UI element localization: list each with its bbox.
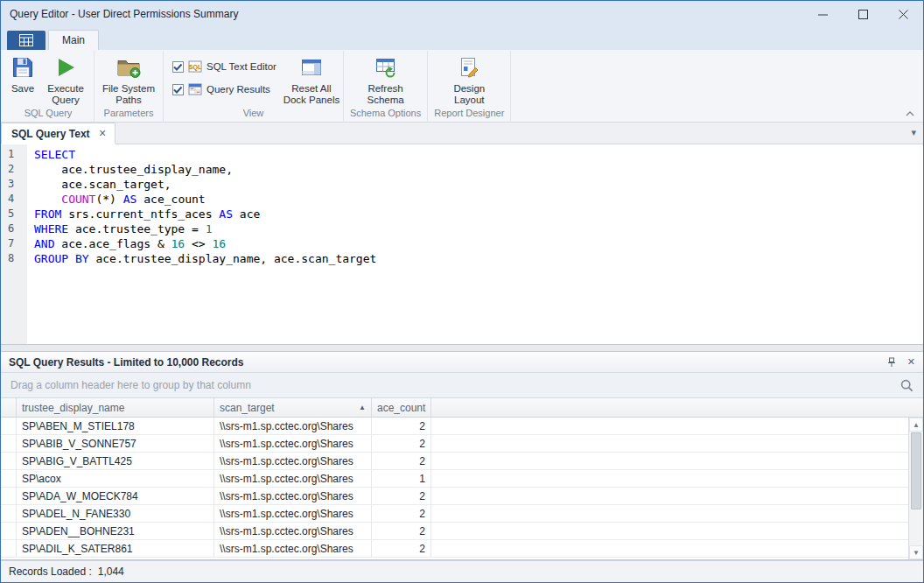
sql-editor[interactable]: 12345678 SELECT ace.trustee_display_name… (1, 144, 923, 345)
table-row[interactable]: SP\ADIL_K_SATER861\\srs-m1.sp.cctec.org\… (1, 540, 908, 558)
table-row[interactable]: SP\ABIG_V_BATTL425\\srs-m1.sp.cctec.org\… (1, 453, 908, 470)
code-line[interactable]: COUNT(*) AS ace_count (34, 192, 923, 207)
scrollbar-track[interactable] (909, 432, 923, 545)
maximize-icon (858, 10, 868, 19)
table-cell-ace-count: 2 (372, 523, 431, 540)
scrollbar-thumb[interactable] (911, 432, 921, 509)
ribbon-group-label-report-designer: Report Designer (430, 106, 508, 122)
line-number: 7 (8, 236, 27, 251)
table-row[interactable]: SP\ABIB_V_SONNE757\\srs-m1.sp.cctec.org\… (1, 435, 908, 453)
ribbon-group-label-schema-options: Schema Options (346, 106, 424, 122)
sql-text-editor-checkbox-row[interactable]: SQL SQL Text Editor (172, 60, 276, 74)
minimize-button[interactable] (802, 1, 843, 27)
column-header-scan-target[interactable]: scan_target ▲ (214, 398, 372, 417)
sql-query-results-panel: SQL Query Results - Limited to 10,000 Re… (1, 351, 923, 560)
sort-ascending-icon: ▲ (359, 404, 366, 411)
scroll-up-icon[interactable]: ▲ (909, 418, 923, 432)
status-bar: Records Loaded : 1,044 (1, 560, 923, 582)
line-number: 8 (8, 251, 27, 266)
table-row[interactable]: SP\ABEN_M_STIEL178\\srs-m1.sp.cctec.org\… (1, 418, 908, 435)
scroll-down-icon[interactable]: ▼ (909, 545, 923, 559)
reset-all-dock-panels-button[interactable]: Reset All Dock Panels (283, 52, 340, 106)
line-number: 3 (8, 177, 27, 192)
design-layout-icon (458, 54, 480, 81)
application-menu-button[interactable] (7, 31, 46, 50)
table-cell-scan-target: \\srs-m1.sp.cctec.org\Shares (214, 488, 372, 505)
table-row[interactable]: SP\ADEL_N_FANE330\\srs-m1.sp.cctec.org\S… (1, 505, 908, 523)
ribbon-group-schema-options: Refresh Schema Schema Options (344, 51, 428, 122)
code-line[interactable]: GROUP BY ace.trustee_display_name, ace.s… (34, 251, 923, 266)
table-cell-filler (431, 418, 908, 435)
refresh-schema-button[interactable]: Refresh Schema (360, 52, 412, 106)
row-indicator (1, 540, 17, 558)
table-row[interactable]: SP\acox\\srs-m1.sp.cctec.org\Shares1 (1, 470, 908, 488)
table-cell-scan-target: \\srs-m1.sp.cctec.org\Shares (214, 523, 372, 540)
table-cell-trustee-display-name: SP\acox (17, 470, 214, 488)
table-cell-scan-target: \\srs-m1.sp.cctec.org\Shares (214, 435, 372, 453)
app-grid-icon (19, 34, 33, 46)
table-cell-trustee-display-name: SP\ADEN__BOHNE231 (17, 523, 214, 540)
code-line[interactable]: FROM srs.current_ntfs_aces AS ace (34, 207, 923, 221)
panel-splitter[interactable] (1, 345, 923, 351)
row-indicator (1, 453, 17, 470)
column-header-label: ace_count (377, 402, 425, 414)
search-icon[interactable] (900, 379, 914, 392)
query-results-checkbox-row[interactable]: Query Results (172, 82, 276, 96)
column-header-label: trustee_display_name (22, 402, 124, 414)
query-editor-window: Query Editor - User Direct Permissions S… (0, 0, 924, 583)
code-line[interactable]: SELECT (34, 147, 923, 162)
table-cell-ace-count: 2 (372, 488, 431, 505)
execute-query-button[interactable]: Execute Query (40, 52, 91, 106)
ribbon-tab-row: Main (1, 27, 923, 50)
row-indicator (1, 505, 17, 523)
query-results-checkbox[interactable] (172, 84, 184, 95)
line-number: 4 (8, 192, 27, 207)
code-line[interactable]: ace.scan_target, (34, 177, 923, 192)
tab-close-icon[interactable]: ✕ (99, 128, 107, 139)
save-button[interactable]: Save (5, 52, 40, 95)
table-cell-filler (431, 470, 908, 488)
sql-text-editor-checkbox-label: SQL Text Editor (206, 61, 276, 72)
results-rows: SP\ABEN_M_STIEL178\\srs-m1.sp.cctec.org\… (1, 418, 908, 559)
code-line[interactable]: ace.trustee_display_name, (34, 162, 923, 177)
table-row[interactable]: SP\ADA_W_MOECK784\\srs-m1.sp.cctec.org\S… (1, 488, 908, 505)
tab-sql-query-text[interactable]: SQL Query Text ✕ (1, 123, 116, 144)
sql-code[interactable]: SELECT ace.trustee_display_name, ace.sca… (27, 144, 923, 344)
design-layout-button[interactable]: Design Layout (443, 52, 495, 106)
folder-plus-icon (116, 54, 141, 81)
svg-text:SQL: SQL (189, 64, 202, 71)
table-cell-trustee-display-name: SP\ADEL_N_FANE330 (17, 505, 214, 523)
vertical-scrollbar[interactable]: ▲ ▼ (908, 418, 923, 559)
pin-icon[interactable] (886, 357, 897, 368)
ribbon-group-report-designer: Design Layout Report Designer (428, 51, 511, 122)
sql-text-editor-icon: SQL (188, 60, 202, 74)
table-cell-filler (431, 488, 908, 505)
maximize-button[interactable] (843, 1, 883, 27)
results-panel-header: SQL Query Results - Limited to 10,000 Re… (1, 352, 923, 373)
tab-list-dropdown-icon[interactable]: ▾ (911, 127, 916, 138)
grid-header-indicator (1, 398, 17, 417)
column-header-ace-count[interactable]: ace_count (372, 398, 431, 417)
tab-main[interactable]: Main (48, 30, 99, 50)
results-close-icon[interactable]: ✕ (907, 356, 915, 368)
refresh-schema-button-label: Refresh Schema (360, 83, 412, 106)
ribbon-group-sql-query: Save Execute Query SQL Query (3, 51, 94, 122)
tab-sql-query-text-label: SQL Query Text (11, 128, 90, 140)
code-line[interactable]: AND ace.ace_flags & 16 <> 16 (34, 236, 923, 251)
table-cell-filler (431, 505, 908, 523)
file-system-paths-button[interactable]: File System Paths (97, 52, 160, 106)
group-by-panel[interactable]: Drag a column header here to group by th… (1, 373, 923, 398)
close-button[interactable] (883, 1, 923, 27)
grid-body: SP\ABEN_M_STIEL178\\srs-m1.sp.cctec.org\… (1, 418, 923, 559)
row-indicator (1, 488, 17, 505)
reset-all-dock-panels-button-label: Reset All Dock Panels (283, 83, 340, 106)
table-cell-ace-count: 2 (372, 540, 431, 558)
line-number: 1 (8, 147, 27, 162)
design-layout-button-label: Design Layout (443, 83, 495, 106)
sql-text-editor-checkbox[interactable] (172, 61, 184, 73)
table-row[interactable]: SP\ADEN__BOHNE231\\srs-m1.sp.cctec.org\S… (1, 523, 908, 540)
column-header-trustee-display-name[interactable]: trustee_display_name (17, 398, 214, 417)
save-icon (11, 54, 34, 81)
code-line[interactable]: WHERE ace.trustee_type = 1 (34, 221, 923, 236)
ribbon-collapse-chevron-icon[interactable] (906, 111, 914, 116)
